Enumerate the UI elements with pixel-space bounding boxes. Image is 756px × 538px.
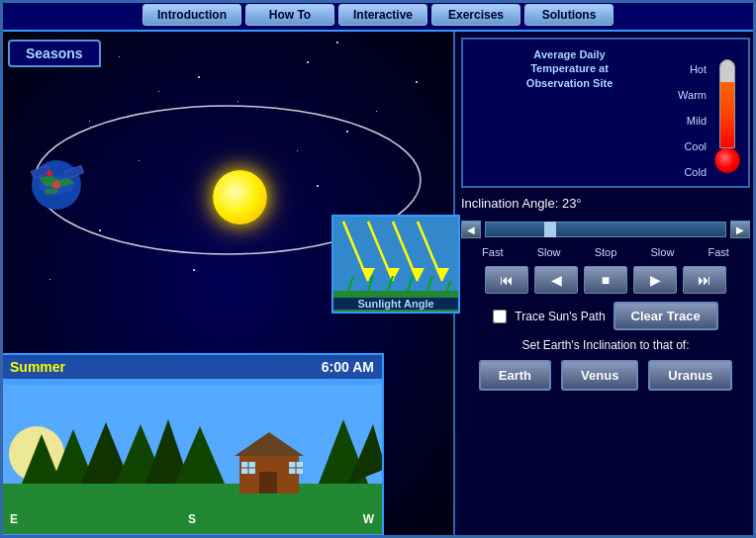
svg-rect-34 <box>259 472 277 493</box>
right-panel: Average DailyTemperature atObservation S… <box>455 32 756 536</box>
tab-solutions[interactable]: Solutions <box>524 4 614 26</box>
uranus-button[interactable]: Uranus <box>648 360 732 391</box>
rewind-button[interactable]: ◀ <box>534 266 578 294</box>
speed-labels: Fast Slow Stop Slow Fast <box>461 246 750 258</box>
temperature-gauge-box: Average DailyTemperature atObservation S… <box>461 38 750 188</box>
tab-exercises[interactable]: Exercises <box>431 4 520 26</box>
tab-introduction[interactable]: Introduction <box>142 4 241 26</box>
seasons-label: Seasons <box>8 40 101 67</box>
svg-point-5 <box>52 181 60 189</box>
top-navigation: Introduction How To Interactive Exercise… <box>0 0 756 32</box>
speed-slow-right: Slow <box>650 246 674 258</box>
svg-rect-25 <box>2 484 384 536</box>
landscape-header: Summer 6:00 AM <box>2 355 382 379</box>
trace-label: Trace Sun's Path <box>515 310 605 323</box>
thermometer-fill <box>720 82 734 147</box>
main-content: Seasons <box>0 32 756 536</box>
compass-west: W <box>363 512 374 526</box>
tab-howto[interactable]: How To <box>245 4 334 26</box>
venus-button[interactable]: Venus <box>561 360 638 391</box>
planet-buttons-row: Earth Venus Uranus <box>461 360 750 391</box>
play-button[interactable]: ▶ <box>633 266 677 294</box>
star <box>307 61 309 63</box>
rewind-fast-button[interactable]: ⏮ <box>485 266 528 294</box>
compass-east: E <box>10 512 18 526</box>
speed-stop: Stop <box>595 246 617 258</box>
star <box>119 56 120 57</box>
star <box>336 42 338 44</box>
speed-slow-left: Slow <box>537 246 561 258</box>
time-display: 6:00 AM <box>322 359 374 375</box>
trace-checkbox[interactable] <box>493 310 507 323</box>
thermometer-bulb <box>714 147 740 173</box>
sunlight-angle-label: Sunlight Angle <box>333 298 458 310</box>
stop-button[interactable]: ■ <box>584 266 627 294</box>
tab-interactive[interactable]: Interactive <box>338 4 427 26</box>
slider-right-arrow[interactable]: ▶ <box>730 221 750 238</box>
controls-area: Inclination Angle: 23° ◀ ▶ Fast Slow Sto… <box>461 194 750 530</box>
sun <box>213 170 267 224</box>
earth-planet <box>30 158 84 213</box>
inclination-slider[interactable] <box>485 222 726 237</box>
temp-mild: Mild <box>687 115 707 127</box>
sunlight-angle-box: Sunlight Angle <box>331 215 460 314</box>
temperature-labels: Hot Warm Mild Cool Cold <box>678 63 707 178</box>
trace-row: Trace Sun's Path Clear Trace <box>461 302 750 330</box>
earth-button[interactable]: Earth <box>479 360 551 391</box>
inclination-slider-row: ◀ ▶ <box>461 221 750 238</box>
temp-cold: Cold <box>684 166 707 178</box>
temp-cool: Cool <box>684 140 707 152</box>
season-display: Summer <box>10 359 65 375</box>
speed-fast-right: Fast <box>709 246 729 258</box>
compass-south: S <box>188 512 196 526</box>
fast-forward-button[interactable]: ⏭ <box>683 266 726 294</box>
thermometer-tube <box>719 59 735 148</box>
playback-controls: ⏮ ◀ ■ ▶ ⏭ <box>461 266 750 294</box>
svg-point-6 <box>47 170 52 176</box>
landscape-panel: Summer 6:00 AM <box>0 353 384 536</box>
space-panel: Seasons <box>0 32 455 536</box>
inclination-display: Inclination Angle: 23° <box>461 194 750 213</box>
temperature-title: Average DailyTemperature atObservation S… <box>471 47 668 90</box>
clear-trace-button[interactable]: Clear Trace <box>614 302 718 330</box>
slider-left-arrow[interactable]: ◀ <box>461 221 481 238</box>
speed-fast-left: Fast <box>482 246 503 258</box>
set-inclination-label: Set Earth's Inclination to that of: <box>461 338 750 352</box>
temp-hot: Hot <box>690 63 707 75</box>
thermometer <box>714 59 740 173</box>
temp-warm: Warm <box>678 89 707 101</box>
